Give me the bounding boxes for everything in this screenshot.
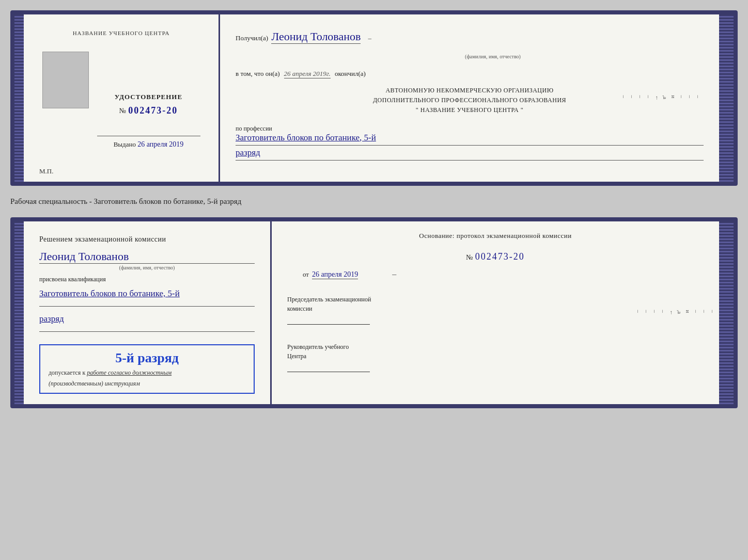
qualified-label: присвоена квалификация: [39, 276, 255, 283]
from-prefix: от: [303, 270, 309, 279]
document-card-bottom: Решением экзаменационной комиссии Леонид…: [10, 217, 738, 408]
rank-box-sub: допускается к работе согласно должностны…: [49, 369, 245, 377]
issued-date: 26 апреля 2019: [137, 140, 183, 148]
doc-top-left: НАЗВАНИЕ УЧЕБНОГО ЦЕНТРА УДОСТОВЕРЕНИЕ №…: [24, 14, 220, 182]
doc-bottom-left: Решением экзаменационной комиссии Леонид…: [24, 221, 272, 404]
edge-text-bottom: – – – и ,а ← – – – –: [635, 310, 716, 316]
edge-text-top: – – – и ,а ← – – – –: [621, 95, 702, 101]
cert-title: УДОСТОВЕРЕНИЕ: [115, 93, 182, 101]
director-sig-line: [287, 363, 370, 372]
spine-right-bottom: [719, 221, 734, 404]
fio-subtitle-bottom: (фамилия, имя, отчество): [39, 265, 255, 270]
director-block: Руководитель учебного Центра: [287, 342, 704, 372]
specialty-label: Рабочая специальность - Заготовитель бло…: [10, 195, 738, 208]
protocol-number: 002473-20: [475, 251, 525, 262]
photo-placeholder: [42, 52, 89, 108]
fio-subtitle-top: (фамилия, имя, отчество): [465, 54, 521, 59]
spine-left-top: [14, 14, 24, 182]
cert-number-prefix: №: [119, 107, 126, 115]
rank-box: 5-й разряд допускается к работе согласно…: [39, 344, 255, 394]
spine-right-top: [719, 14, 734, 182]
rank-value-bottom: разряд: [39, 314, 255, 324]
rank-value-top: разряд: [236, 148, 704, 158]
institution-label-top: НАЗВАНИЕ УЧЕБНОГО ЦЕНТРА: [73, 30, 170, 36]
document-card-top: НАЗВАНИЕ УЧЕБНОГО ЦЕНТРА УДОСТОВЕРЕНИЕ №…: [10, 10, 738, 186]
full-name-bottom: Леонид Толованов: [39, 250, 255, 264]
basis-label: Основание: протокол экзаменационной коми…: [287, 232, 704, 240]
date-prefix: в том, что он(а): [236, 70, 280, 78]
profession-prefix: по профессии: [236, 125, 704, 133]
rank-box-title: 5-й разряд: [49, 350, 245, 366]
chairman-sig-line: [287, 315, 370, 325]
from-date-value: 26 апреля 2019: [312, 270, 358, 279]
doc-bottom-right: Основание: протокол экзаменационной коми…: [272, 221, 719, 404]
cert-issued: Выдано 26 апреля 2019: [114, 140, 184, 149]
mp-label: М.П.: [39, 167, 53, 175]
rank-box-link: работе согласно должностным: [87, 369, 172, 376]
profession-value-top: Заготовитель блоков по ботанике, 5-й: [236, 133, 704, 143]
received-prefix: Получил(а): [236, 34, 268, 42]
spine-left-bottom: [14, 221, 24, 404]
doc-top-right: Получил(а) Леонид Толованов – (фамилия, …: [220, 14, 719, 182]
director-label: Руководитель учебного Центра: [287, 342, 704, 361]
finished-label: окончил(а): [335, 70, 366, 78]
rank-box-italic: (производственным) инструкциям: [49, 380, 245, 388]
date-value: 26 апреля 2019г.: [284, 70, 331, 78]
cert-number: 002473-20: [128, 105, 178, 116]
profession-value-bottom: Заготовитель блоков по ботанике, 5-й: [39, 289, 255, 299]
commission-title: Решением экзаменационной комиссии: [39, 234, 255, 245]
full-name-top: Леонид Толованов: [271, 30, 361, 44]
protocol-prefix: №: [466, 253, 473, 261]
page-wrapper: НАЗВАНИЕ УЧЕБНОГО ЦЕНТРА УДОСТОВЕРЕНИЕ №…: [10, 10, 738, 408]
